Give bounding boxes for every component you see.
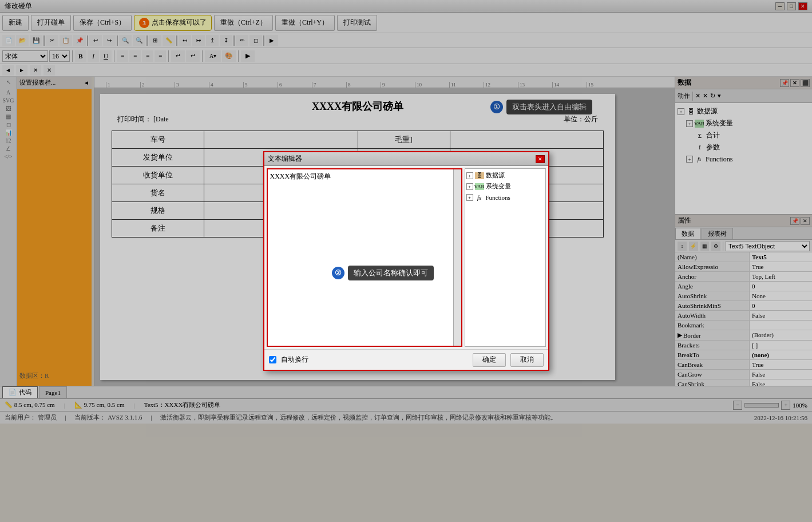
step2-badge: ②	[332, 267, 344, 279]
auto-wrap-checkbox[interactable]	[269, 356, 276, 363]
modal-close-btn[interactable]: ✕	[536, 155, 545, 163]
modal-overlay: 文本编辑器 ✕ XXXX有限公司磅单 ② 输入公司名称确认即可	[0, 0, 812, 522]
modal-text-wrapper: XXXX有限公司磅单	[268, 169, 461, 346]
modal-fx-icon: fx	[475, 193, 484, 202]
modal-scrollbar[interactable]	[453, 169, 461, 346]
modal-text-area-container: XXXX有限公司磅单 ② 输入公司名称确认即可	[267, 168, 462, 347]
modal-var-icon: VAR	[475, 183, 484, 190]
modal-db-icon: 🗄	[475, 172, 484, 179]
modal-tree-sysvars[interactable]: + VAR 系统变量	[466, 181, 544, 192]
modal-right: + 🗄 数据源 + VAR 系统变量 + fx Functions	[462, 166, 548, 349]
modal-cancel-btn[interactable]: 取消	[510, 353, 544, 367]
modal-title-right: ✕	[533, 155, 545, 163]
modal-footer: 自动换行 确定 取消	[264, 349, 548, 370]
modal-tree-datasource[interactable]: + 🗄 数据源	[466, 170, 544, 181]
modal-titlebar: 文本编辑器 ✕	[264, 152, 548, 166]
modal-tree: + 🗄 数据源 + VAR 系统变量 + fx Functions	[465, 168, 546, 347]
step2-indicator: ② 输入公司名称确认即可	[332, 266, 434, 280]
modal-title: 文本编辑器	[268, 154, 302, 164]
modal-tree-fx-label: Functions	[486, 194, 510, 201]
modal-tree-sv-label: 系统变量	[486, 182, 511, 191]
modal-expand-ds[interactable]: +	[466, 172, 473, 179]
text-editor-dialog: 文本编辑器 ✕ XXXX有限公司磅单 ② 输入公司名称确认即可	[263, 151, 549, 371]
modal-expand-sv[interactable]: +	[466, 183, 473, 190]
modal-expand-fx[interactable]: +	[466, 194, 473, 201]
modal-tree-functions[interactable]: + fx Functions	[466, 192, 544, 203]
modal-tree-ds-label: 数据源	[486, 171, 505, 180]
modal-confirm-btn[interactable]: 确定	[473, 353, 506, 367]
modal-textarea[interactable]: XXXX有限公司磅单	[268, 169, 453, 346]
step2-tooltip: 输入公司名称确认即可	[348, 266, 434, 280]
modal-body: XXXX有限公司磅单 ② 输入公司名称确认即可 + 🗄 数据源	[264, 166, 548, 349]
step2-tip-text: 输入公司名称确认即可	[354, 268, 428, 278]
auto-wrap-label: 自动换行	[281, 355, 308, 365]
